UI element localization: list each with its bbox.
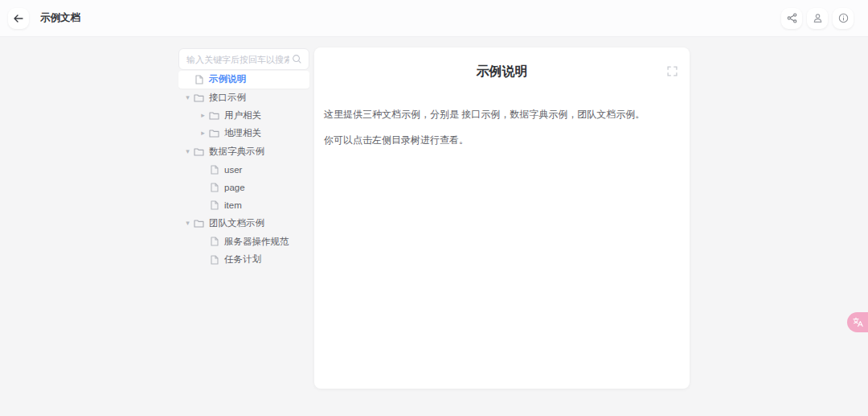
- share-icon: [787, 13, 797, 23]
- folder-icon: [193, 147, 205, 156]
- document-icon: [208, 237, 220, 246]
- user-button[interactable]: [807, 8, 828, 29]
- caret-down-icon[interactable]: ▾: [182, 148, 193, 155]
- document-icon: [193, 75, 205, 84]
- document-icon: [208, 200, 220, 210]
- document-icon: [208, 165, 220, 175]
- search-box: [178, 48, 309, 70]
- caret-down-icon[interactable]: ▾: [182, 220, 193, 227]
- document-paragraph: 你可以点击左侧目录树进行查看。: [324, 135, 680, 145]
- caret-right-icon[interactable]: ▸: [198, 112, 208, 119]
- tree-item-label: 接口示例: [209, 92, 246, 104]
- back-button[interactable]: [8, 8, 29, 29]
- caret-down-icon[interactable]: ▾: [182, 94, 193, 101]
- page-title: 示例文档: [40, 11, 80, 25]
- folder-icon: [208, 111, 220, 120]
- tree-item[interactable]: ▾接口示例: [178, 89, 309, 106]
- info-button[interactable]: [833, 8, 854, 29]
- tree-item[interactable]: 服务器操作规范: [178, 233, 309, 250]
- caret-right-icon[interactable]: ▸: [198, 130, 208, 137]
- tree-item-label: 数据字典示例: [209, 146, 264, 158]
- folder-icon: [208, 129, 220, 138]
- doc-tree: 示例说明▾接口示例▸用户相关▸地理相关▾数据字典示例userpageitem▾团…: [178, 71, 309, 269]
- fullscreen-button[interactable]: [665, 64, 678, 77]
- tree-item[interactable]: 示例说明: [178, 71, 309, 89]
- user-icon: [813, 13, 823, 23]
- document-card: 示例说明 这里提供三种文档示例，分别是 接口示例，数据字典示例，团队文档示例。你…: [314, 47, 690, 389]
- tree-item-label: 任务计划: [224, 253, 261, 266]
- tree-item[interactable]: item: [178, 196, 309, 214]
- topbar: 示例文档: [0, 0, 868, 37]
- tree-item-label: 用户相关: [224, 109, 261, 122]
- share-button[interactable]: [781, 8, 802, 29]
- tree-item[interactable]: 任务计划: [178, 250, 309, 268]
- folder-icon: [193, 93, 205, 102]
- folder-icon: [193, 219, 205, 228]
- translate-button[interactable]: [847, 312, 868, 332]
- tree-item-label: user: [224, 165, 242, 175]
- tree-item[interactable]: user: [178, 160, 309, 178]
- document-icon: [208, 255, 220, 265]
- tree-item[interactable]: ▾数据字典示例: [178, 142, 309, 160]
- document-paragraph: 这里提供三种文档示例，分别是 接口示例，数据字典示例，团队文档示例。: [324, 109, 680, 119]
- sidebar: 示例说明▾接口示例▸用户相关▸地理相关▾数据字典示例userpageitem▾团…: [178, 48, 309, 269]
- translate-icon: [853, 317, 863, 327]
- info-icon: [838, 13, 849, 23]
- search-input[interactable]: [179, 55, 309, 64]
- arrow-left-icon: [13, 13, 24, 24]
- fullscreen-icon: [667, 66, 678, 76]
- document-body: 这里提供三种文档示例，分别是 接口示例，数据字典示例，团队文档示例。你可以点击左…: [324, 109, 680, 145]
- tree-item[interactable]: ▸用户相关: [178, 106, 309, 124]
- document-title: 示例说明: [324, 64, 680, 80]
- tree-item-label: item: [224, 200, 242, 210]
- tree-item-label: 服务器操作规范: [224, 236, 289, 248]
- tree-item-label: page: [224, 183, 245, 192]
- tree-item[interactable]: ▾团队文档示例: [178, 215, 309, 233]
- tree-item[interactable]: ▸地理相关: [178, 125, 309, 142]
- search-icon: [292, 54, 302, 64]
- tree-item-label: 示例说明: [209, 73, 246, 85]
- document-icon: [208, 183, 220, 192]
- tree-item-label: 团队文档示例: [209, 217, 264, 229]
- tree-item[interactable]: page: [178, 179, 309, 196]
- tree-item-label: 地理相关: [224, 127, 261, 139]
- topbar-actions: [781, 8, 854, 29]
